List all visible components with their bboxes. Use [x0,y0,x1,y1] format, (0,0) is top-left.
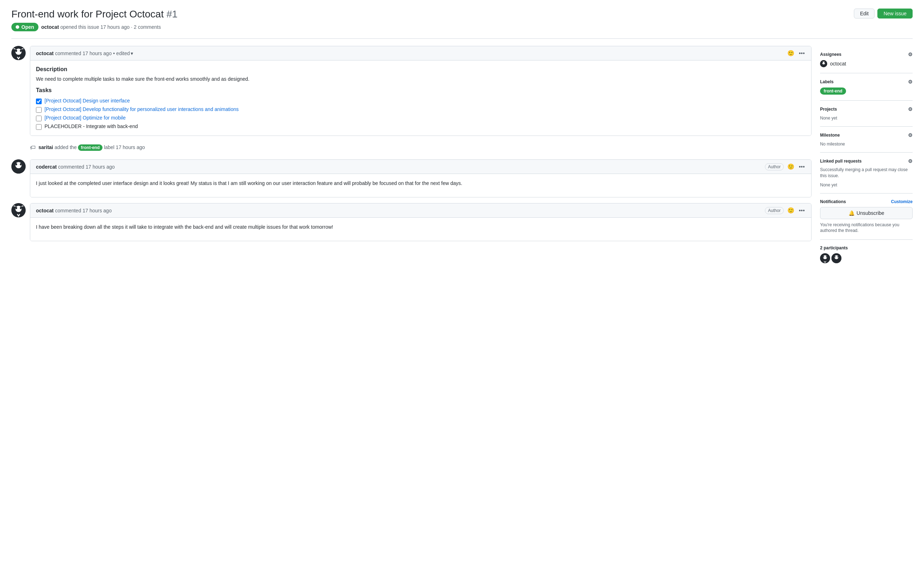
activity-label-badge: front-end [78,145,103,151]
avatar-octocat-2 [11,203,26,218]
status-text: Open [21,24,34,30]
more-options-button-1[interactable]: ••• [798,50,806,57]
activity-actor: saritai [39,145,53,150]
first-comment-author: octocat [36,51,54,56]
first-comment-block: octocat commented 17 hours ago • edited … [11,46,812,136]
third-comment-header-left: octocat commented 17 hours ago [36,208,112,213]
activity-row: 🏷 saritai added the front-end label 17 h… [30,141,812,154]
edited-text: edited [116,51,130,56]
meta-opened: opened this issue [60,24,100,30]
projects-none: None yet [820,116,837,121]
sidebar-projects: Projects ⚙ None yet [820,101,913,127]
participants-avatars [820,253,913,263]
svg-point-3 [20,50,22,52]
second-comment-action: commented [58,164,84,170]
assignee-avatar [820,60,827,67]
notifications-note: You're receiving notifications because y… [820,222,913,234]
edited-link[interactable]: edited ▾ [116,51,133,56]
first-comment-header: octocat commented 17 hours ago • edited … [30,46,811,61]
svg-point-10 [15,207,17,209]
page-header: Front-end work for Project Octocat #1 Ed… [11,9,913,20]
labels-gear-icon[interactable]: ⚙ [908,79,913,85]
first-comment-header-left: octocat commented 17 hours ago • edited … [36,51,133,56]
task-list: [Project Octocat] Design user interface … [36,98,806,130]
issue-meta: Open octocat opened this issue 17 hours … [11,23,913,31]
first-comment-action: commented [55,51,81,56]
activity-action: added the [55,145,76,150]
sidebar-assignees: Assignees ⚙ octocat [820,46,913,73]
projects-gear-icon[interactable]: ⚙ [908,106,913,112]
task-item-4: PLACEHOLDER - Integrate with back-end [36,123,806,130]
task-item-2: [Project Octocat] Develop functionality … [36,106,806,113]
task-link-1[interactable]: [Project Octocat] Design user interface [45,98,130,104]
assignee-name: octocat [830,61,846,67]
avatar-codercat [11,159,26,174]
first-comment-header-right: 🙂 ••• [787,49,806,57]
third-comment-header-right: Author 🙂 ••• [765,206,806,214]
task-item-1: [Project Octocat] Design user interface [36,98,806,104]
task-checkbox-1[interactable] [36,98,42,104]
notifications-customize-link[interactable]: Customize [891,199,913,204]
svg-point-18 [823,256,824,258]
task-link-2[interactable]: [Project Octocat] Develop functionality … [45,106,239,112]
third-comment-action: commented [55,208,81,213]
content-area: octocat commented 17 hours ago • edited … [11,46,812,269]
task-checkbox-4[interactable] [36,124,42,130]
second-comment-block: codercat commented 17 hours ago Author 🙂… [11,159,812,197]
meta-time: 17 hours ago [100,24,129,30]
svg-point-11 [20,207,22,209]
first-comment-bullet: • [113,51,115,56]
task-item-3: [Project Octocat] Optimize for mobile [36,115,806,121]
svg-point-22 [835,256,836,258]
second-comment-body: I just looked at the completed user inte… [30,174,811,197]
label-activity-icon: 🏷 [30,145,36,151]
meta-comments: 2 comments [134,24,161,30]
new-issue-button[interactable]: New issue [877,9,913,19]
issue-title: Front-end work for Project Octocat #1 [11,9,178,20]
bell-icon: 🔔 [849,210,855,216]
participant-avatar-1 [820,253,830,263]
task-link-3[interactable]: [Project Octocat] Optimize for mobile [45,115,126,121]
task-checkbox-2[interactable] [36,107,42,113]
assignees-gear-icon[interactable]: ⚙ [908,51,913,57]
labels-title: Labels [820,79,834,84]
sidebar-participants-title-row: 2 participants [820,246,913,250]
unsubscribe-button[interactable]: 🔔 Unsubscribe [820,207,913,219]
milestone-title: Milestone [820,133,840,138]
second-comment-text: I just looked at the completed user inte… [36,180,806,187]
sidebar-labels-title-row: Labels ⚙ [820,79,913,85]
edit-button[interactable]: Edit [854,9,874,19]
status-dot [16,25,19,29]
issue-author: octocat [41,24,59,30]
second-comment-header-left: codercat commented 17 hours ago [36,164,115,170]
more-options-button-3[interactable]: ••• [798,207,806,214]
milestone-gear-icon[interactable]: ⚙ [908,132,913,138]
sidebar-participants: 2 participants [820,240,913,269]
sidebar-milestone: Milestone ⚙ No milestone [820,127,913,152]
emoji-button-2[interactable]: 🙂 [787,163,795,171]
first-comment-body: Description We need to complete multiple… [30,61,811,135]
task-text-4: PLACEHOLDER - Integrate with back-end [45,123,138,129]
emoji-button-3[interactable]: 🙂 [787,206,795,214]
sidebar-notifications: Notifications Customize 🔔 Unsubscribe Yo… [820,194,913,240]
assignees-title: Assignees [820,52,841,57]
author-badge-3: Author [765,207,784,214]
meta-text: octocat opened this issue 17 hours ago ·… [41,24,161,30]
projects-title: Projects [820,107,837,112]
more-options-button-2[interactable]: ••• [798,163,806,171]
task-checkbox-3[interactable] [36,116,42,121]
first-comment-time: 17 hours ago [83,51,112,56]
sidebar-notifications-title-row: Notifications Customize [820,199,913,204]
linked-prs-title: Linked pull requests [820,159,862,164]
description-text: We need to complete multiple tasks to ma… [36,75,806,83]
activity-text: saritai added the front-end label 17 hou… [39,145,145,151]
linked-prs-gear-icon[interactable]: ⚙ [908,158,913,164]
linked-prs-none: None yet [820,182,837,188]
sidebar-projects-title-row: Projects ⚙ [820,106,913,112]
unsubscribe-label: Unsubscribe [857,210,885,216]
notifications-title: Notifications [820,199,846,204]
chevron-down-icon: ▾ [131,51,133,56]
emoji-button-1[interactable]: 🙂 [787,49,795,57]
svg-point-14 [822,62,823,63]
issue-title-text: Front-end work for Project Octocat [11,9,164,20]
